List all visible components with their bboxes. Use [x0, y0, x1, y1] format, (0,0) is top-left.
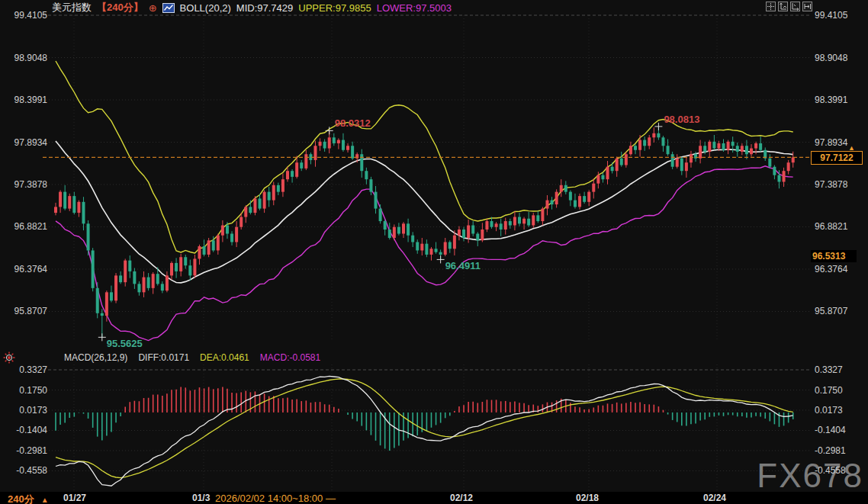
macd-axis-label: 0.0173 [0, 404, 47, 416]
macd-header: MACD(26,12,9) DIFF:0.0171 DEA:0.0461 MAC… [0, 351, 320, 364]
price-axis-label: 99.4105 [0, 9, 47, 21]
timeframe-selector[interactable]: 【240分】 [97, 1, 143, 14]
time-axis-label: 02/24 [703, 493, 726, 503]
macd-axis-label: -0.4558 [0, 464, 47, 477]
time-axis-label: 01/3 [192, 493, 210, 503]
bollinger-bands-layer [56, 61, 793, 341]
macd-label: MACD(26,12,9) [64, 352, 127, 363]
price-axis-label: 99.4105 [815, 9, 847, 21]
boll-lower-value: LOWER:97.5003 [377, 2, 452, 14]
footer-timeframe-button[interactable]: 240分 ▲ [8, 493, 49, 504]
chart-header: 美元指数 【240分】 ⊕ BOLL(20,2) MID:97.7429 UPP… [52, 2, 452, 14]
price-axis-label: 97.8934 [0, 136, 47, 149]
svg-text:98.0813: 98.0813 [664, 114, 699, 125]
price-axis-label: 96.3764 [0, 263, 47, 275]
macd-axis-label: 0.3327 [0, 364, 47, 376]
price-axis-label: 98.3991 [815, 94, 847, 106]
indicator-icon[interactable] [162, 3, 175, 13]
macd-dea-value: DEA:0.0461 [200, 352, 249, 363]
footer-timeframe-label: 240分 [8, 493, 34, 504]
macd-layer [56, 376, 793, 486]
price-axis-label: 98.9048 [815, 52, 847, 64]
time-range-tooltip: 2026/02/02 14:00~18:00 — [213, 492, 338, 504]
svg-text:98.0312: 98.0312 [335, 117, 371, 129]
candles-layer [54, 127, 795, 337]
timeframe-up-arrow-icon: ▲ [41, 496, 49, 504]
time-axis-label: 02/12 [450, 493, 473, 503]
macd-axis-label: 0.3327 [815, 364, 843, 376]
time-axis-bar: 240分 ▲ 01/2701/3602/1202/1802/24 2026/02… [0, 492, 868, 504]
boll-mid-value: MID:97.7429 [236, 2, 293, 14]
macd-diff-value: DIFF:0.0171 [138, 352, 189, 363]
price-axis-label: 96.8821 [0, 220, 47, 233]
price-axis-label: 97.8934 [815, 136, 847, 149]
price-axis-label: 95.8707 [815, 305, 847, 317]
macd-marker-icon[interactable] [3, 352, 15, 364]
restore-scale-icon[interactable] [802, 2, 812, 11]
y-axis-scale-icon[interactable] [778, 2, 788, 11]
time-axis-label: 01/27 [63, 493, 86, 503]
crosshair-tool-icon[interactable] [766, 2, 776, 11]
macd-axis-label: -0.2981 [0, 445, 47, 457]
macd-axis-label: -0.1404 [815, 424, 846, 436]
price-tag-pin-icon: ▲ [848, 144, 855, 152]
watermark: FX678 [757, 457, 863, 495]
trading-chart-window: 98.031298.081396.491195.5625 美元指数 【240分】… [0, 0, 868, 504]
boll-upper-value: UPPER:97.9855 [298, 2, 371, 14]
symbol-name: 美元指数 [52, 1, 92, 14]
svg-text:96.4911: 96.4911 [445, 260, 481, 271]
price-axis-label: 98.9048 [0, 52, 47, 64]
boll-label: BOLL(20,2) [180, 2, 231, 14]
price-axis-label: 98.3991 [0, 94, 47, 106]
macd-axis-label: 0.1750 [815, 384, 843, 396]
price-axis-label: 97.3878 [815, 178, 847, 191]
current-price-tag: 97.7122 [811, 151, 863, 165]
price-axis-label: 97.3878 [0, 178, 47, 191]
price-axis-label: 96.3764 [815, 263, 847, 275]
chart-toolbar [766, 2, 812, 11]
macd-axis-label: 0.1750 [0, 384, 47, 396]
price-axis-label: 96.8821 [815, 220, 847, 233]
main-chart-svg[interactable]: 98.031298.081396.491195.5625 [0, 0, 868, 504]
price-axis-label: 95.8707 [0, 305, 47, 317]
time-axis-label: 02/18 [576, 493, 599, 503]
macd-axis-label: -0.1404 [0, 424, 47, 436]
x-axis-scale-icon[interactable] [790, 2, 800, 11]
macd-axis-label: -0.2981 [815, 445, 846, 457]
macd-macd-value: MACD:-0.0581 [260, 352, 320, 363]
lower-value-tag: 96.5313 [811, 250, 857, 262]
expand-icon[interactable]: ⊕ [149, 2, 157, 14]
svg-text:95.5625: 95.5625 [107, 338, 143, 349]
macd-axis-label: 0.0173 [815, 404, 843, 416]
